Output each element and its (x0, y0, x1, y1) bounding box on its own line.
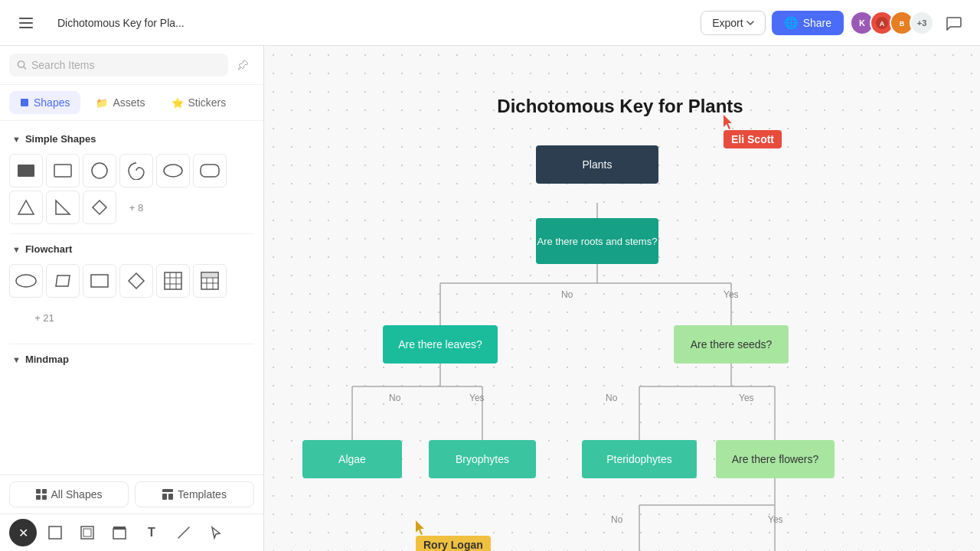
shape-triangle[interactable] (9, 191, 43, 224)
divider-1 (9, 233, 254, 234)
node-algae[interactable]: Algae (302, 440, 402, 478)
simple-shapes-more: + 8 (129, 202, 143, 214)
label-yes-flowers: Yes (768, 514, 783, 525)
svg-point-12 (164, 165, 182, 177)
node-seeds[interactable]: Are there seeds? (674, 325, 789, 364)
node-pteridophytes[interactable]: Pteridophytes (582, 440, 697, 478)
shape-rect-outline[interactable] (46, 154, 80, 187)
tool-text[interactable]: T (138, 519, 165, 546)
menu-button[interactable] (12, 9, 40, 37)
svg-text:A: A (880, 20, 885, 28)
main-area: Shapes 📁 Assets ⭐ Stickers ▼ Simple Shap… (0, 46, 980, 551)
doc-title[interactable]: Dichotomous Key for Pla... (49, 11, 193, 34)
shape-circle[interactable] (83, 154, 116, 187)
all-shapes-icon (36, 489, 47, 500)
label-no-leaves: No (389, 393, 400, 403)
chat-button[interactable] (940, 9, 968, 37)
label-no-flowers: No (611, 514, 622, 525)
flowchart-rect[interactable] (83, 264, 116, 298)
mindmap-chevron: ▼ (12, 355, 21, 364)
flowchart-table[interactable] (193, 264, 227, 298)
search-icon (17, 60, 27, 70)
divider-2 (9, 344, 254, 344)
search-bar (0, 46, 263, 85)
svg-rect-28 (36, 495, 41, 500)
cursor-eli-scott: Eli Scott (724, 115, 782, 148)
flowchart-more[interactable]: + 21 (9, 301, 80, 334)
svg-rect-16 (165, 272, 181, 289)
tab-assets[interactable]: 📁 Assets (85, 91, 155, 114)
tool-rect[interactable] (41, 519, 69, 546)
node-flowers[interactable]: Are there flowers? (716, 440, 835, 478)
shapes-content: ▼ Simple Shapes (0, 121, 263, 474)
export-button[interactable]: Export (701, 11, 765, 35)
pin-button[interactable] (233, 54, 254, 76)
label-yes-seeds: Yes (739, 393, 754, 403)
svg-text:B: B (900, 20, 905, 28)
flowchart-grid[interactable] (156, 264, 190, 298)
node-bryophytes[interactable]: Bryophytes (429, 440, 536, 478)
node-leaves[interactable]: Are there leaves? (383, 325, 498, 364)
label-no-left: No (561, 289, 573, 300)
shape-diamond[interactable] (83, 191, 116, 224)
mindmap-section: ▼ Mindmap (9, 347, 254, 371)
flowchart-more-label: + 21 (34, 312, 54, 324)
tab-stickers[interactable]: ⭐ Stickers (161, 91, 237, 114)
canvas[interactable]: Dichotomous Key for Plants Plants Are th… (264, 46, 980, 551)
node-plants[interactable]: Plants (536, 145, 658, 184)
templates-button[interactable]: Templates (135, 481, 254, 507)
svg-rect-22 (201, 272, 218, 278)
simple-shapes-header[interactable]: ▼ Simple Shapes (9, 127, 254, 151)
header-actions: Export 🌐 Share K A B +3 (701, 9, 968, 37)
flowchart-oval[interactable] (9, 264, 43, 298)
share-icon: 🌐 (784, 16, 799, 30)
svg-rect-35 (83, 529, 91, 536)
svg-rect-32 (168, 494, 173, 500)
shape-spiral[interactable] (119, 154, 153, 187)
close-button[interactable]: ✕ (9, 519, 37, 546)
bottom-tabs: All Shapes Templates (0, 474, 263, 514)
flowchart-section: ▼ Flowchart (9, 237, 254, 337)
shape-more-simple[interactable]: + 8 (119, 191, 153, 224)
mindmap-header[interactable]: ▼ Mindmap (9, 347, 254, 371)
tab-assets-label: Assets (113, 96, 145, 109)
tool-line[interactable] (170, 519, 198, 546)
search-input-wrap (9, 54, 228, 77)
share-button[interactable]: 🌐 Share (772, 11, 844, 35)
header: Dichotomous Key for Pla... Export 🌐 Shar… (0, 0, 980, 46)
tab-shapes-label: Shapes (34, 96, 70, 109)
sidebar-tabs: Shapes 📁 Assets ⭐ Stickers (0, 85, 263, 121)
export-label: Export (712, 17, 743, 29)
tab-shapes[interactable]: Shapes (9, 91, 80, 114)
simple-shapes-grid: + 8 (9, 151, 254, 227)
tool-container[interactable] (106, 519, 133, 546)
mindmap-label: Mindmap (25, 354, 69, 365)
flowchart-label: Flowchart (25, 243, 72, 255)
shape-filled-rect[interactable] (9, 154, 43, 187)
svg-rect-27 (42, 489, 47, 494)
svg-rect-9 (18, 165, 34, 177)
simple-shapes-label: Simple Shapes (25, 133, 96, 145)
share-label: Share (803, 17, 831, 29)
search-input[interactable] (31, 59, 220, 71)
cursor-label-rory: Rory Logan (416, 536, 491, 551)
svg-rect-33 (49, 527, 61, 539)
diagram: Dichotomous Key for Plants Plants Are th… (264, 46, 980, 551)
templates-label: Templates (178, 488, 227, 500)
svg-rect-0 (19, 18, 33, 19)
avatar-count[interactable]: +3 (910, 11, 934, 35)
shape-right-triangle[interactable] (46, 191, 80, 224)
shape-ellipse[interactable] (156, 154, 190, 187)
shapes-icon (20, 98, 29, 107)
tool-frame[interactable] (74, 519, 101, 546)
node-roots-stems[interactable]: Are there roots and stems? (536, 218, 658, 264)
shape-rounded-rect[interactable] (193, 154, 227, 187)
simple-shapes-chevron: ▼ (12, 135, 21, 144)
templates-icon (162, 489, 173, 500)
flowchart-diamond[interactable] (119, 264, 153, 298)
svg-rect-36 (113, 529, 126, 539)
tool-pointer[interactable] (202, 519, 230, 546)
flowchart-parallelogram[interactable] (46, 264, 80, 298)
flowchart-header[interactable]: ▼ Flowchart (9, 237, 254, 261)
all-shapes-button[interactable]: All Shapes (9, 481, 129, 507)
